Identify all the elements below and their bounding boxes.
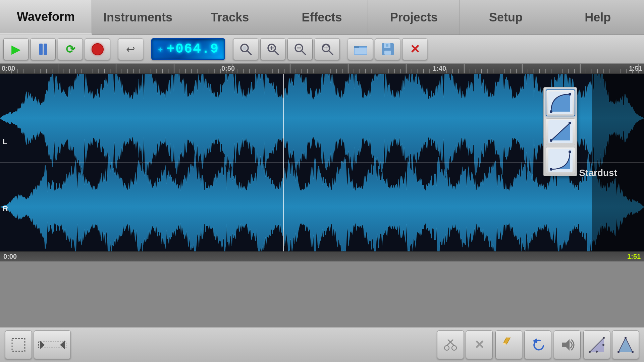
edit-tools: ✕ (437, 330, 493, 359)
svg-point-169 (632, 351, 634, 353)
pause-icon (39, 44, 47, 55)
pause-button[interactable] (31, 38, 56, 60)
fade-option-curve-in[interactable] (546, 89, 575, 116)
zoom-in-icon (266, 43, 280, 56)
tab-help[interactable]: Help (552, 0, 644, 35)
channel-r-label: R (3, 204, 8, 213)
fade-tool-2-icon (617, 337, 634, 353)
zoom-out-button[interactable] (287, 38, 313, 60)
playhead[interactable] (283, 74, 284, 251)
tab-waveform[interactable]: Waveform (0, 0, 92, 35)
undo-bottom-button[interactable] (524, 330, 551, 359)
svg-point-170 (625, 337, 627, 339)
svg-point-143 (550, 139, 552, 142)
open-folder-button[interactable] (348, 38, 373, 60)
channel-l-label: L (3, 137, 7, 146)
fade-tool-1-icon (588, 337, 605, 353)
toolbar: ▶ ⟳ ↩ ✦ +064.9 (0, 35, 644, 64)
tab-effects[interactable]: Effects (276, 0, 368, 35)
select-icon (10, 337, 27, 353)
svg-point-168 (618, 351, 620, 353)
close-button[interactable]: ✕ (402, 38, 427, 60)
record-button[interactable] (85, 38, 110, 60)
volume-button[interactable] (554, 330, 581, 359)
ruler-time-140: 1:40 (433, 65, 446, 72)
zoom-normal-button[interactable] (233, 38, 258, 60)
folder-icon (353, 43, 368, 55)
fade-tool-2-button[interactable] (612, 330, 639, 359)
delete-button[interactable]: ✕ (466, 330, 493, 359)
fade-option-curve-out[interactable] (546, 147, 575, 174)
close-icon: ✕ (410, 42, 420, 56)
svg-point-162 (589, 351, 591, 353)
loop-button[interactable]: ⟳ (58, 38, 83, 60)
play-button[interactable]: ▶ (3, 38, 29, 60)
time-display: ✦ +064.9 (151, 38, 225, 60)
trim-icon (37, 337, 67, 353)
tab-projects[interactable]: Projects (368, 0, 460, 35)
zoom-normal-icon (239, 43, 253, 56)
fade-tools (583, 330, 639, 359)
ruler-time-50: 0:50 (221, 65, 235, 72)
svg-marker-159 (562, 339, 570, 351)
tab-bar: Waveform Instruments Tracks Effects Proj… (0, 0, 644, 35)
ruler-time-end: 1:51 (629, 65, 642, 72)
svg-point-147 (569, 150, 571, 153)
svg-point-139 (550, 110, 552, 113)
trim-button[interactable] (34, 330, 71, 359)
timeline-ruler: 0:00 0:50 1:40 1:51 // Will be drawn via… (0, 64, 644, 74)
time-bottom-bar: 0:00 1:51 (0, 251, 644, 261)
svg-rect-21 (355, 48, 367, 54)
svg-point-146 (550, 168, 552, 171)
zoom-fit-button[interactable] (315, 38, 340, 60)
bottom-time-start: 0:00 (3, 253, 17, 260)
svg-rect-148 (12, 339, 25, 351)
svg-point-163 (603, 337, 605, 339)
ruler-ticks: // Will be drawn via JS below (0, 64, 644, 73)
svg-rect-24 (384, 51, 391, 55)
svg-point-2 (243, 46, 247, 50)
tab-tracks[interactable]: Tracks (184, 0, 276, 35)
select-button[interactable] (5, 330, 32, 359)
stardust-label: Stardust (579, 168, 617, 178)
bottom-time-end: 1:51 (627, 253, 641, 260)
svg-point-140 (569, 93, 571, 96)
fade-panel (543, 87, 577, 176)
undo-button[interactable]: ↩ (118, 38, 143, 60)
bottom-toolbar: ✕ (0, 327, 644, 362)
tab-setup[interactable]: Setup (460, 0, 552, 35)
fade-curve-in-icon (548, 92, 573, 114)
play-icon: ▶ (11, 42, 21, 56)
main-content: 0:00 0:50 1:40 1:51 // Will be drawn via… (0, 64, 644, 327)
svg-point-153 (452, 346, 457, 350)
svg-point-152 (444, 346, 449, 350)
svg-line-154 (447, 340, 453, 346)
waveform-area[interactable]: L R (0, 74, 644, 251)
svg-line-4 (274, 51, 278, 55)
zoom-out-icon (293, 43, 307, 56)
pencil-button[interactable] (495, 330, 522, 359)
svg-point-164 (596, 351, 598, 353)
fade-linear-icon (548, 120, 573, 143)
loop-icon: ⟳ (66, 43, 75, 56)
volume-icon (559, 337, 575, 353)
volume-tools (554, 330, 581, 359)
selection-tools (5, 330, 71, 359)
scissors-icon (443, 337, 458, 353)
svg-line-155 (448, 340, 454, 346)
pencil-icon (501, 338, 516, 352)
delete-icon: ✕ (474, 338, 484, 352)
zoom-in-button[interactable] (260, 38, 285, 60)
fade-tool-1-button[interactable] (583, 330, 610, 359)
ruler-time-0: 0:00 (2, 65, 15, 72)
scissors-button[interactable] (437, 330, 464, 359)
action-tools (495, 330, 551, 359)
svg-line-1 (247, 51, 251, 55)
record-icon (92, 43, 104, 55)
save-button[interactable] (375, 38, 400, 60)
fade-option-linear[interactable] (546, 118, 575, 145)
save-icon (381, 43, 394, 56)
tab-instruments[interactable]: Instruments (92, 0, 184, 35)
fade-curve-out-icon (548, 149, 573, 172)
undo-bottom-icon (530, 337, 545, 353)
